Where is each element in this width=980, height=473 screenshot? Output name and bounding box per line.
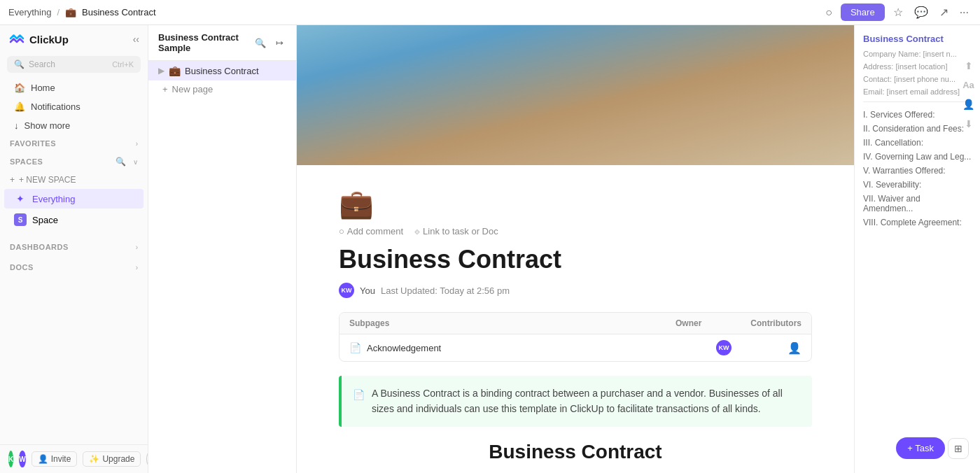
clickup-logo-icon: [8, 31, 25, 48]
hero-image: [297, 25, 854, 165]
doc-tree-item-label: Business Contract: [185, 66, 259, 76]
star-icon[interactable]: ☆: [890, 3, 906, 22]
sidebar-item-home[interactable]: 🏠 Home: [4, 79, 144, 97]
space-dot-icon: S: [14, 213, 27, 226]
sidebar-collapse-button[interactable]: ‹‹: [133, 34, 139, 45]
new-page-label: New page: [172, 84, 214, 94]
sidebar-item-everything[interactable]: ✦ Everything: [4, 189, 144, 209]
logo: ClickUp: [8, 31, 69, 48]
subpages-section: Subpages Owner Contributors 📄 Acknowledg…: [339, 312, 812, 362]
subpage-row-acknowledgement[interactable]: 📄 Acknowledgement KW 👤: [340, 334, 811, 361]
topbar: Everything / 💼 Business Contract ○ Share…: [0, 0, 980, 25]
upgrade-label: Upgrade: [102, 454, 134, 464]
outline-person-icon[interactable]: 👤: [962, 99, 974, 110]
outline-item-1[interactable]: I. Services Offered:: [863, 108, 972, 122]
main-content: 💼 ○ Add comment ⟐ Link to task or Doc Bu…: [297, 25, 854, 473]
doc-title: Business Contract: [339, 245, 812, 274]
watch-icon[interactable]: ○: [822, 3, 835, 22]
outline-title[interactable]: Business Contract: [863, 34, 972, 44]
add-comment-label: Add comment: [347, 226, 403, 236]
outline-item-7[interactable]: VII. Waiver and Amendmen...: [863, 192, 972, 216]
everything-icon: ✦: [14, 192, 27, 205]
add-comment-button[interactable]: ○ Add comment: [339, 226, 403, 236]
dashboards-chevron-icon: ›: [136, 243, 138, 251]
outline-panel: Business Contract Company Name: [insert …: [854, 25, 980, 473]
doc-emoji-icon: 💼: [339, 188, 812, 220]
outline-email: Email: [insert email address]: [863, 87, 972, 96]
grid-view-icon[interactable]: ⊞: [948, 438, 969, 459]
doc-search-icon[interactable]: 🔍: [252, 35, 269, 51]
briefcase-icon: 💼: [169, 65, 181, 76]
upgrade-icon: ✨: [89, 454, 99, 464]
share-button[interactable]: Share: [841, 3, 885, 21]
doc-tree-item-business-contract[interactable]: ▶ 💼 Business Contract: [148, 61, 296, 80]
plus-page-icon: +: [162, 84, 168, 94]
invite-label: Invite: [51, 454, 71, 464]
upgrade-button[interactable]: ✨ Upgrade: [83, 451, 141, 467]
search-shortcut: Ctrl+K: [112, 60, 134, 69]
more-options-icon[interactable]: ···: [957, 3, 972, 22]
link-icon: ⟐: [414, 226, 420, 236]
comment-bubble-icon: ○: [339, 226, 344, 236]
outline-item-3[interactable]: III. Cancellation:: [863, 136, 972, 150]
sidebar-item-show-more[interactable]: ↓ Show more: [4, 117, 144, 134]
tree-expand-icon: ▶: [158, 66, 164, 76]
outline-collapse-icon[interactable]: ⬆: [965, 60, 973, 71]
home-icon: 🏠: [14, 83, 25, 93]
export-icon[interactable]: ↗: [937, 3, 951, 22]
outline-item-6[interactable]: VI. Severability:: [863, 178, 972, 192]
person-add-icon: 👤: [38, 454, 48, 464]
author-name: You: [360, 285, 375, 296]
subpage-name-acknowledgement: Acknowledgement: [367, 343, 676, 353]
doc-export-icon[interactable]: ↦: [273, 35, 286, 51]
new-page-item[interactable]: + New page: [148, 80, 296, 98]
sidebar-item-notifications-label: Notifications: [31, 101, 80, 112]
breadcrumb-sep1: /: [57, 7, 59, 17]
sidebar-item-everything-label: Everything: [32, 194, 75, 204]
outline-contact: Contact: [insert phone nu...: [863, 75, 972, 83]
outline-item-2[interactable]: II. Consideration and Fees:: [863, 122, 972, 136]
favorites-chevron-icon: ›: [136, 140, 138, 148]
search-placeholder: Search: [29, 59, 55, 69]
outline-divider: [863, 101, 972, 102]
sidebar-item-space-label: Space: [32, 215, 58, 225]
link-task-button[interactable]: ⟐ Link to task or Doc: [414, 226, 498, 236]
sidebar-item-home-label: Home: [31, 83, 55, 93]
outline-item-4[interactable]: IV. Governing Law and Leg...: [863, 150, 972, 164]
invite-button[interactable]: 👤 Invite: [31, 451, 78, 467]
breadcrumb-icon: 💼: [65, 7, 76, 17]
outline-address: Address: [insert location]: [863, 62, 972, 71]
desc-doc-icon: 📄: [353, 387, 365, 402]
author-avatar: KW: [339, 283, 354, 298]
bell-icon: 🔔: [14, 101, 25, 112]
comment-icon[interactable]: 💬: [911, 3, 931, 22]
spaces-section-label: SPACES: [10, 157, 43, 166]
new-space-button[interactable]: + + NEW SPACE: [0, 171, 148, 188]
new-space-label: + NEW SPACE: [19, 175, 76, 185]
outline-item-5[interactable]: V. Warranties Offered:: [863, 164, 972, 178]
docs-section-label: DOCS: [10, 263, 34, 271]
contributor-person-icon: 👤: [788, 341, 802, 355]
sidebar-item-space[interactable]: S Space: [4, 210, 144, 230]
search-bar[interactable]: 🔍 Search Ctrl+K: [7, 56, 141, 73]
breadcrumb-everything[interactable]: Everything: [8, 7, 51, 17]
dashboards-section-label: DASHBOARDS: [10, 243, 69, 251]
spaces-chevron-icon[interactable]: ∨: [133, 158, 138, 166]
outline-download-icon[interactable]: ⬇: [965, 118, 973, 129]
user-avatar-k: K: [8, 451, 13, 467]
favorites-section-label: FAVORITES: [10, 139, 56, 148]
docs-chevron-icon: ›: [136, 264, 138, 271]
description-box: 📄 A Business Contract is a binding contr…: [339, 376, 812, 427]
subpage-doc-icon: 📄: [349, 342, 361, 353]
spaces-search-icon[interactable]: 🔍: [113, 154, 129, 169]
subpages-label: Subpages: [349, 318, 389, 328]
sidebar-item-notifications[interactable]: 🔔 Notifications: [4, 98, 144, 115]
outline-font-icon[interactable]: Aa: [962, 80, 974, 90]
doc-sidebar-title: Business Contract Sample: [158, 32, 252, 53]
arrow-down-icon: ↓: [14, 120, 19, 131]
outline-item-8[interactable]: VIII. Complete Agreement:: [863, 216, 972, 230]
outline-company: Company Name: [insert n...: [863, 50, 972, 58]
search-icon: 🔍: [14, 59, 24, 69]
task-button[interactable]: + Task: [896, 437, 945, 459]
doc-sidebar: Business Contract Sample 🔍 ↦ ▶ 💼 Busines…: [148, 25, 297, 473]
